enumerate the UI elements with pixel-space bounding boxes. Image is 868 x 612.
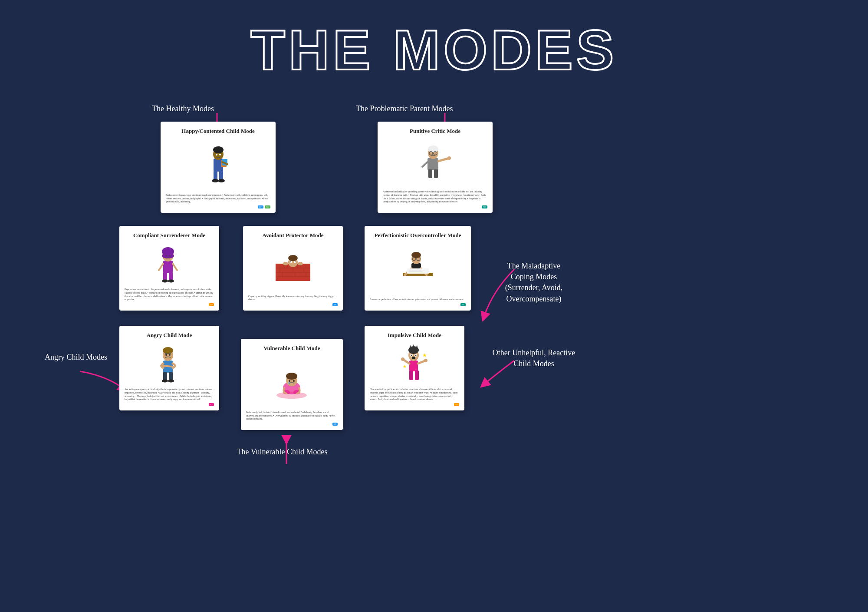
svg-point-54	[295, 261, 296, 262]
card-perfectionistic-title: Perfectionistic Overcontroller Mode	[375, 232, 461, 239]
svg-point-21	[447, 156, 451, 160]
card-perfectionistic[interactable]: Perfectionistic Overcontroller Mode	[365, 226, 471, 311]
svg-rect-108	[415, 371, 419, 380]
card-angry-image	[125, 341, 214, 385]
card-punitive-title: Punitive Critic Mode	[410, 128, 460, 135]
svg-point-13	[219, 154, 221, 155]
svg-rect-14	[427, 158, 438, 170]
svg-point-33	[165, 255, 167, 256]
svg-point-64	[411, 252, 421, 258]
card-compliant-image	[125, 241, 214, 285]
svg-point-32	[168, 279, 174, 282]
card-punitive-badge: NE	[482, 205, 487, 208]
svg-point-72	[163, 347, 173, 354]
card-perfectionistic-image	[370, 241, 466, 295]
card-vulnerable-image	[246, 354, 338, 408]
label-vulnerable-child: The Vulnerable Child Modes	[230, 447, 334, 457]
card-angry-text: Just as it appears you as a child might …	[125, 388, 214, 401]
svg-point-34	[169, 255, 170, 256]
card-compliant-footer: ST	[125, 303, 214, 306]
card-perfectionistic-text: Focuses on perfection. • Uses perfection…	[370, 298, 466, 301]
card-compliant-text: Pays excessive attention to the perceive…	[125, 288, 214, 301]
svg-rect-79	[169, 372, 173, 380]
svg-rect-30	[169, 272, 173, 281]
card-vulnerable[interactable]: Vulnerable Child Mode	[241, 339, 343, 430]
svg-point-31	[162, 279, 168, 282]
svg-line-22	[422, 162, 427, 167]
card-perfectionistic-badge: ST	[460, 303, 466, 306]
page-title: THE MODES	[0, 17, 868, 83]
card-angry-footer: ST	[125, 403, 214, 406]
card-vulnerable-badge: ST	[332, 423, 338, 426]
svg-line-35	[159, 264, 163, 270]
card-angry-badge: ST	[209, 403, 214, 406]
svg-point-105	[401, 357, 404, 361]
card-happy-image	[166, 137, 270, 191]
svg-point-55	[288, 255, 298, 261]
label-problematic: The Problematic Parent Modes	[356, 103, 453, 114]
svg-rect-78	[163, 372, 167, 380]
svg-text:★: ★	[422, 352, 427, 358]
svg-point-80	[162, 379, 168, 382]
page-title-container: THE MODES	[0, 0, 868, 96]
label-reactive-child: Other Unhelpful, Reactive Child Modes	[488, 347, 579, 369]
svg-rect-92	[409, 361, 418, 371]
svg-marker-96	[413, 344, 414, 348]
card-impulsive-badge: ST	[454, 403, 459, 406]
main-content: The Healthy Modes The Problematic Parent…	[0, 96, 868, 595]
svg-rect-67	[407, 268, 429, 274]
svg-point-11	[213, 146, 224, 153]
card-avoidant[interactable]: Avoidant Protector Mode	[243, 226, 343, 311]
card-avoidant-footer: ST	[248, 303, 338, 306]
svg-rect-23	[428, 169, 432, 178]
card-happy[interactable]: Happy/Contented Child Mode	[161, 122, 276, 213]
card-vulnerable-footer: ST	[246, 423, 338, 426]
card-vulnerable-text: Feels lonely, sad, isolated, misundersto…	[246, 411, 338, 421]
svg-point-16	[428, 146, 438, 152]
svg-point-81	[168, 379, 174, 382]
card-punitive[interactable]: Punitive Critic Mode	[378, 122, 493, 213]
card-avoidant-text: Copes by avoiding triggers. Physically l…	[248, 295, 338, 301]
card-happy-badge2: NE	[265, 205, 270, 208]
svg-point-87	[293, 380, 295, 382]
svg-text:★: ★	[403, 364, 407, 369]
svg-point-106	[424, 359, 427, 362]
card-compliant[interactable]: Compliant Surrenderer Mode	[119, 226, 219, 311]
svg-point-75	[165, 354, 167, 356]
svg-rect-5	[219, 171, 223, 180]
svg-rect-4	[214, 171, 217, 180]
card-perfectionistic-footer: ST	[370, 303, 466, 306]
svg-point-7	[218, 179, 225, 182]
card-happy-title: Happy/Contented Child Mode	[181, 128, 254, 135]
svg-point-56	[283, 262, 288, 265]
svg-point-85	[286, 373, 297, 380]
svg-point-86	[289, 380, 290, 382]
label-healthy: The Healthy Modes	[152, 103, 214, 114]
svg-point-101	[415, 354, 416, 356]
label-maladaptive: The Maladaptive Coping Modes (Surrender,…	[490, 261, 577, 304]
svg-point-102	[412, 357, 415, 359]
card-impulsive[interactable]: Impulsive Child Mode	[365, 326, 464, 410]
svg-point-12	[216, 154, 217, 155]
card-impulsive-text: Characterized by quick, erratic behavior…	[370, 388, 459, 401]
svg-rect-24	[434, 169, 438, 178]
card-happy-footer: STI NE	[166, 205, 270, 208]
svg-rect-25	[163, 261, 173, 273]
svg-point-76	[169, 354, 171, 356]
svg-line-77	[161, 366, 173, 367]
label-angry-child: Angry Child Modes	[33, 352, 119, 363]
svg-rect-29	[163, 272, 167, 281]
card-impulsive-title: Impulsive Child Mode	[388, 332, 441, 339]
card-punitive-image	[383, 137, 487, 188]
card-impulsive-image: ★ ★	[370, 341, 459, 385]
card-punitive-text: An internalized critical or punishing pa…	[383, 190, 487, 204]
card-avoidant-title: Avoidant Protector Mode	[263, 232, 324, 239]
svg-rect-107	[409, 371, 413, 380]
card-avoidant-image	[248, 241, 338, 292]
card-angry[interactable]: Angry Child Mode	[119, 326, 219, 410]
card-vulnerable-title: Vulnerable Child Mode	[263, 345, 320, 352]
card-angry-title: Angry Child Mode	[147, 332, 192, 339]
svg-point-57	[298, 262, 303, 265]
card-happy-text: Feels content because core emotional nee…	[166, 194, 270, 204]
svg-point-100	[411, 354, 412, 356]
